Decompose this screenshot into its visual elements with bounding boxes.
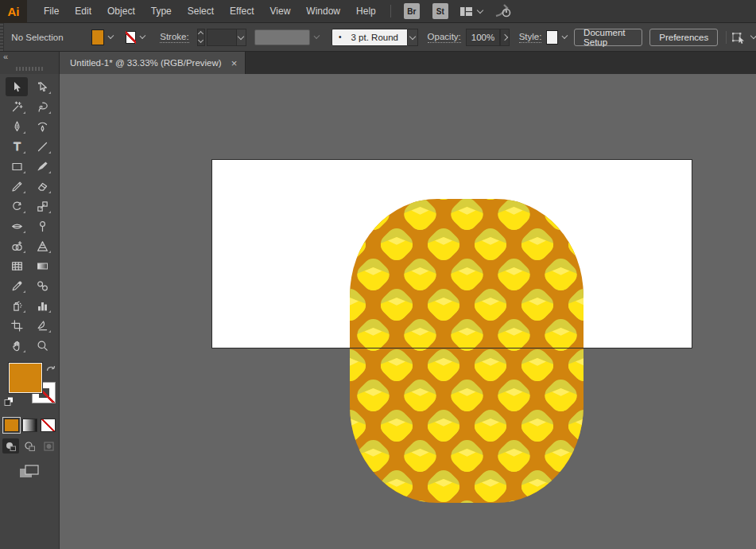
shape-builder-tool[interactable] bbox=[6, 236, 28, 255]
zoom-tool[interactable] bbox=[31, 336, 53, 355]
stroke-weight-stepper[interactable] bbox=[197, 29, 205, 46]
menu-item-object[interactable]: Object bbox=[99, 1, 143, 21]
fill-chevron-icon[interactable] bbox=[108, 33, 114, 39]
blend-tool[interactable] bbox=[31, 276, 53, 295]
color-type-row bbox=[0, 419, 59, 432]
menu-item-effect[interactable]: Effect bbox=[222, 1, 262, 21]
stroke-label[interactable]: Stroke: bbox=[160, 32, 188, 43]
screen-mode-icon bbox=[17, 463, 41, 481]
toolpanel-grip[interactable] bbox=[16, 67, 43, 71]
mesh-tool[interactable] bbox=[6, 256, 28, 275]
brush-value: 3 pt. Round bbox=[351, 33, 398, 42]
workspace-switcher[interactable] bbox=[459, 6, 483, 18]
stroke-color-swatch[interactable] bbox=[126, 31, 136, 44]
shaper-tool[interactable] bbox=[6, 177, 28, 196]
menu-item-help[interactable]: Help bbox=[348, 1, 384, 21]
stroke-weight-field[interactable] bbox=[207, 29, 237, 46]
controlbar-grip[interactable] bbox=[0, 23, 4, 51]
chevron-down-icon bbox=[750, 33, 756, 39]
pineapple-pattern-shape[interactable] bbox=[350, 199, 583, 503]
controlbar-divider bbox=[726, 31, 727, 44]
bridge-button[interactable]: Br bbox=[404, 3, 420, 19]
document-tab-title: Untitled-1* @ 33.33% (RGB/Preview) bbox=[70, 58, 222, 68]
select-similar-icon bbox=[731, 30, 746, 45]
type-tool[interactable]: T bbox=[6, 137, 28, 156]
selection-tool[interactable] bbox=[6, 77, 28, 96]
default-fill-stroke-icon[interactable] bbox=[4, 396, 14, 407]
rectangle-tool[interactable] bbox=[6, 157, 28, 176]
preferences-button[interactable]: Preferences bbox=[649, 29, 718, 46]
menu-items: FileEditObjectTypeSelectEffectViewWindow… bbox=[36, 1, 384, 21]
lasso-tool[interactable] bbox=[31, 97, 53, 116]
magic-wand-tool[interactable] bbox=[6, 97, 28, 116]
perspective-grid-tool[interactable] bbox=[31, 236, 53, 255]
stroke-chevron-icon[interactable] bbox=[139, 33, 145, 39]
main-area: T bbox=[0, 74, 756, 549]
draw-inside-icon bbox=[43, 441, 55, 452]
chevron-down-icon bbox=[409, 33, 416, 39]
menu-item-view[interactable]: View bbox=[262, 1, 299, 21]
fill-stroke-widget bbox=[0, 361, 60, 414]
pen-tool[interactable] bbox=[6, 117, 28, 136]
scale-tool[interactable] bbox=[31, 197, 53, 216]
brush-dot-preview: • bbox=[339, 33, 342, 41]
draw-behind-button[interactable] bbox=[21, 438, 38, 454]
menu-item-window[interactable]: Window bbox=[298, 1, 348, 21]
paintbrush-tool[interactable] bbox=[31, 157, 53, 176]
gpu-performance-button[interactable] bbox=[494, 3, 513, 19]
no-selection-label: No Selection bbox=[11, 33, 63, 42]
chevron-down-icon bbox=[238, 33, 244, 39]
color-button[interactable] bbox=[4, 419, 19, 432]
gradient-tool[interactable] bbox=[31, 256, 53, 275]
style-label[interactable]: Style: bbox=[519, 32, 542, 43]
gpu-brush-power-icon bbox=[494, 3, 513, 19]
gradient-button[interactable] bbox=[22, 419, 37, 432]
draw-normal-button[interactable] bbox=[2, 438, 19, 454]
menu-item-file[interactable]: File bbox=[36, 1, 67, 21]
illustrator-logo: Ai bbox=[0, 0, 27, 23]
fill-color-swatch[interactable] bbox=[91, 29, 105, 45]
eraser-tool[interactable] bbox=[31, 177, 53, 196]
stepper-up-icon bbox=[198, 31, 204, 37]
curvature-tool[interactable] bbox=[31, 117, 53, 136]
chevron-right-icon bbox=[502, 33, 508, 40]
screen-mode-button[interactable] bbox=[0, 463, 59, 481]
opacity-field[interactable]: 100% bbox=[466, 29, 500, 46]
hand-tool[interactable] bbox=[6, 336, 28, 355]
fill-proxy-swatch[interactable] bbox=[9, 363, 42, 393]
line-segment-tool[interactable] bbox=[31, 137, 53, 156]
chevron-down-icon bbox=[476, 6, 483, 13]
brush-definition-field[interactable]: • 3 pt. Round bbox=[331, 29, 408, 46]
close-tab-icon[interactable]: × bbox=[231, 58, 238, 68]
brush-dropdown[interactable] bbox=[408, 29, 418, 46]
column-graph-tool[interactable] bbox=[31, 296, 53, 315]
style-chevron-icon[interactable] bbox=[562, 33, 568, 39]
artboard-tool[interactable] bbox=[6, 316, 28, 335]
menu-item-edit[interactable]: Edit bbox=[67, 1, 99, 21]
opacity-arrow-button[interactable] bbox=[500, 29, 509, 46]
collapse-panel-button[interactable]: « bbox=[3, 52, 8, 61]
none-button[interactable] bbox=[41, 419, 56, 432]
menu-item-type[interactable]: Type bbox=[143, 1, 180, 21]
stroke-weight-dropdown[interactable] bbox=[237, 29, 247, 46]
document-setup-button[interactable]: Document Setup bbox=[574, 29, 642, 46]
opacity-label[interactable]: Opacity: bbox=[428, 32, 461, 43]
slice-tool[interactable] bbox=[31, 316, 53, 335]
stock-button[interactable]: St bbox=[432, 3, 448, 19]
swap-fill-stroke-icon[interactable] bbox=[45, 364, 56, 373]
rotate-tool[interactable] bbox=[6, 197, 28, 216]
eyedropper-tool[interactable] bbox=[6, 276, 28, 295]
width-tool[interactable] bbox=[6, 216, 28, 236]
tool-panel: T bbox=[0, 74, 60, 549]
symbol-sprayer-tool[interactable] bbox=[6, 296, 28, 315]
control-bar: No Selection Stroke: • 3 pt. Round Opaci… bbox=[0, 23, 756, 52]
canvas-pasteboard[interactable] bbox=[60, 74, 756, 549]
workspace-layout-icon bbox=[459, 6, 473, 18]
document-tab[interactable]: Untitled-1* @ 33.33% (RGB/Preview) × bbox=[60, 52, 246, 74]
direct-selection-tool[interactable] bbox=[31, 77, 53, 96]
style-swatch[interactable] bbox=[546, 30, 558, 45]
puppet-warp-tool[interactable] bbox=[31, 216, 53, 236]
select-similar-button[interactable] bbox=[731, 30, 756, 45]
draw-behind-icon bbox=[24, 441, 36, 452]
menu-item-select[interactable]: Select bbox=[180, 1, 222, 21]
